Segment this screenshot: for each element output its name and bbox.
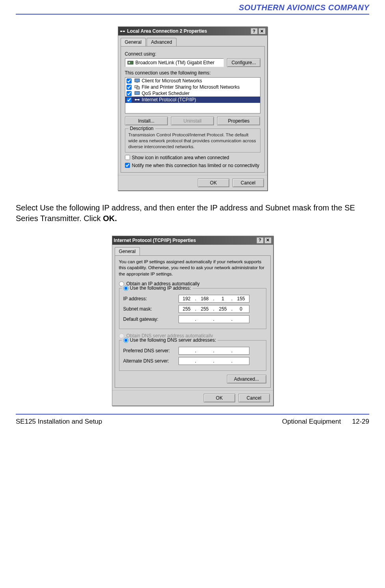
use-dns-radio[interactable]	[123, 338, 128, 343]
advanced-button[interactable]: Advanced...	[227, 375, 266, 383]
preferred-dns-input[interactable]: . . .	[179, 347, 249, 355]
window-title: Local Area Connection 2 Properties	[127, 28, 251, 34]
help-button[interactable]: ?	[251, 28, 258, 34]
footer-left: SE125 Installation and Setup	[16, 418, 102, 426]
nic-icon	[127, 60, 134, 65]
item-label: QoS Packet Scheduler	[142, 91, 190, 96]
item-label: File and Printer Sharing for Microsoft N…	[142, 84, 240, 90]
svg-rect-6	[136, 82, 138, 83]
tab-general[interactable]: General	[121, 38, 146, 46]
share-icon	[134, 84, 140, 90]
subnet-label: Subnet mask:	[123, 306, 179, 312]
description-text: Transmission Control Protocol/Internet P…	[128, 132, 257, 150]
svg-rect-8	[137, 87, 139, 89]
list-item[interactable]: QoS Packet Scheduler	[125, 90, 260, 97]
configure-button[interactable]: Configure...	[227, 58, 260, 67]
header-rule	[16, 14, 369, 15]
window-title: Internet Protocol (TCP/IP) Properties	[114, 238, 257, 243]
ip-octet[interactable]: 255	[197, 306, 213, 312]
lan-properties-dialog: Local Area Connection 2 Properties ? ✕ G…	[118, 26, 268, 191]
tab-advanced[interactable]: Advanced	[147, 38, 176, 46]
footer-center: Optional Equipment	[282, 418, 341, 425]
notify-checkbox[interactable]	[125, 163, 130, 168]
company-header: SOUTHERN AVIONICS COMPANY	[16, 0, 369, 14]
ip-octet[interactable]: 192	[179, 296, 195, 301]
description-legend: Description	[128, 126, 155, 131]
show-icon-checkbox[interactable]	[125, 155, 130, 160]
use-dns-label: Use the following DNS server addresses:	[130, 337, 216, 343]
list-item[interactable]: Client for Microsoft Networks	[125, 78, 260, 84]
instruction-text: Select Use the following IP address, and…	[16, 203, 355, 223]
info-text: You can get IP settings assigned automat…	[119, 259, 266, 277]
notify-label: Notify me when this connection has limit…	[132, 163, 260, 168]
close-button[interactable]: ✕	[264, 237, 272, 244]
titlebar[interactable]: Internet Protocol (TCP/IP) Properties ? …	[112, 236, 273, 245]
cancel-button[interactable]: Cancel	[238, 394, 270, 402]
alt-dns-label: Alternate DNS server:	[123, 358, 179, 364]
items-listbox[interactable]: Client for Microsoft Networks File and P…	[125, 77, 260, 114]
adapter-name: Broadcom NetLink (TM) Gigabit Ether	[136, 60, 215, 65]
list-item-selected[interactable]: Internet Protocol (TCP/IP)	[125, 97, 260, 103]
use-ip-fieldset: Use the following IP address: IP address…	[119, 288, 266, 329]
close-button[interactable]: ✕	[259, 28, 266, 34]
svg-point-11	[135, 99, 136, 100]
window-icon	[120, 28, 125, 34]
pref-dns-label: Preferred DNS server:	[123, 348, 179, 354]
tab-strip: General Advanced	[118, 35, 267, 46]
use-ip-radio[interactable]	[123, 286, 128, 291]
page-footer: SE125 Installation and Setup Optional Eq…	[16, 418, 369, 434]
ip-octet[interactable]: 255	[179, 306, 195, 312]
instruction-bold: OK.	[103, 214, 117, 223]
item-checkbox[interactable]	[126, 97, 132, 102]
show-icon-label: Show icon in notification area when conn…	[132, 155, 229, 160]
ip-octet[interactable]: 0	[233, 306, 249, 312]
ip-octet[interactable]: 255	[215, 306, 231, 312]
ok-button[interactable]: OK	[198, 179, 229, 187]
use-dns-fieldset: Use the following DNS server addresses: …	[119, 340, 266, 371]
svg-rect-9	[135, 91, 139, 95]
ip-address-label: IP address:	[123, 296, 179, 301]
item-checkbox[interactable]	[126, 78, 132, 84]
tab-strip: General	[112, 245, 273, 255]
tab-panel-general: You can get IP settings assigned automat…	[115, 255, 271, 388]
footer-right: 12-29	[352, 418, 369, 425]
instruction-paragraph: Select Use the following IP address, and…	[16, 203, 369, 224]
default-gateway-input[interactable]: . . .	[179, 315, 249, 323]
cancel-button[interactable]: Cancel	[232, 179, 264, 187]
uninstall-button[interactable]: Uninstall	[171, 117, 214, 125]
ip-address-input[interactable]: 192. 168. 1. 155	[179, 295, 249, 303]
install-button[interactable]: Install...	[125, 117, 168, 125]
svg-rect-4	[128, 62, 130, 63]
item-checkbox[interactable]	[126, 91, 132, 96]
subnet-mask-input[interactable]: 255. 255. 255. 0	[179, 305, 249, 313]
tab-general[interactable]: General	[115, 247, 140, 255]
list-item[interactable]: File and Printer Sharing for Microsoft N…	[125, 84, 260, 90]
ip-octet[interactable]: 168	[197, 296, 213, 301]
use-ip-label: Use the following IP address:	[130, 285, 191, 291]
help-button[interactable]: ?	[257, 237, 264, 244]
svg-rect-0	[120, 30, 122, 32]
item-label: Internet Protocol (TCP/IP)	[142, 97, 196, 102]
tcpip-properties-dialog: Internet Protocol (TCP/IP) Properties ? …	[112, 236, 273, 406]
tcpip-icon	[134, 97, 140, 102]
svg-rect-5	[135, 79, 139, 82]
svg-rect-1	[123, 30, 125, 32]
ip-octet[interactable]: 155	[233, 296, 249, 301]
alternate-dns-input[interactable]: . . .	[179, 357, 249, 365]
items-label: This connection uses the following items…	[125, 70, 260, 76]
titlebar[interactable]: Local Area Connection 2 Properties ? ✕	[118, 27, 267, 35]
qos-icon	[134, 91, 140, 96]
client-icon	[134, 78, 140, 84]
connect-using-label: Connect using:	[125, 51, 260, 57]
tab-panel-general: Connect using: Broadcom NetLink (TM) Gig…	[121, 46, 265, 173]
item-checkbox[interactable]	[126, 85, 132, 90]
ip-octet[interactable]: 1	[215, 296, 231, 301]
footer-rule	[16, 414, 369, 415]
gateway-label: Default gateway:	[123, 316, 179, 322]
svg-point-12	[138, 99, 139, 100]
adapter-field[interactable]: Broadcom NetLink (TM) Gigabit Ether	[125, 58, 224, 67]
description-group: Description Transmission Control Protoco…	[125, 128, 260, 153]
item-label: Client for Microsoft Networks	[142, 78, 202, 84]
ok-button[interactable]: OK	[204, 394, 235, 402]
properties-button[interactable]: Properties	[217, 117, 260, 125]
